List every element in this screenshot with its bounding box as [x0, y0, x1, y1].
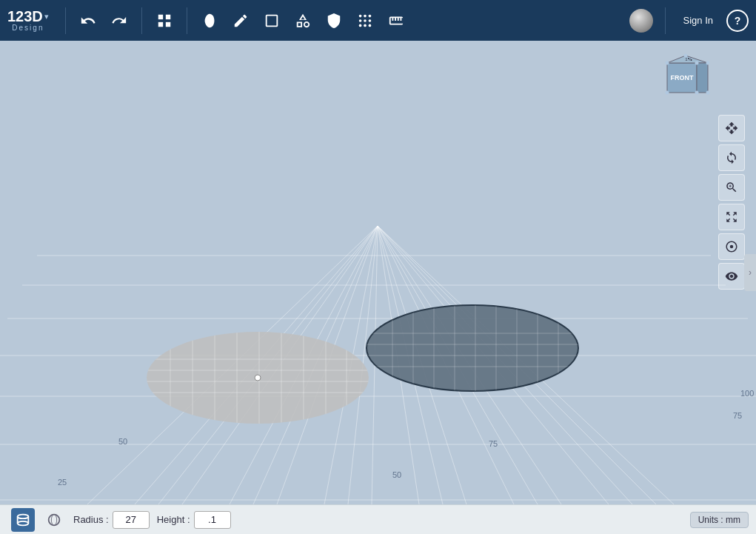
svg-point-85 — [706, 91, 710, 95]
svg-line-35 — [378, 226, 748, 504]
logo-chevron: ▾ — [44, 12, 49, 21]
svg-point-90 — [18, 521, 29, 525]
extrude-button[interactable] — [258, 7, 285, 34]
svg-line-34 — [15, 226, 378, 504]
svg-line-26 — [311, 226, 378, 504]
view-mode-button[interactable] — [718, 263, 745, 290]
svg-point-8 — [364, 19, 367, 22]
svg-line-31 — [378, 226, 607, 504]
svg-point-92 — [51, 514, 56, 525]
fit-view-button[interactable] — [718, 204, 745, 230]
svg-line-24 — [193, 226, 378, 504]
bottom-bar: Radius : Height : Units : mm — [0, 504, 756, 534]
svg-line-36 — [104, 226, 378, 504]
undo-button[interactable] — [75, 7, 101, 34]
svg-point-6 — [368, 14, 371, 17]
svg-point-10 — [359, 24, 362, 27]
radius-area: Radius : — [73, 511, 150, 529]
primitives-button[interactable] — [196, 7, 223, 34]
material-sphere[interactable] — [629, 9, 653, 33]
svg-line-37 — [222, 226, 378, 504]
construct-button[interactable] — [290, 7, 316, 34]
canvas[interactable]: 25 25 50 50 75 100 75 • FRONT 1⅔ — [0, 41, 756, 504]
navbar: 123D ▾ Design — [0, 0, 756, 41]
svg-point-81 — [666, 91, 669, 95]
app-sub: Design — [12, 24, 44, 32]
svg-point-86 — [730, 245, 734, 249]
modify-button[interactable] — [321, 7, 347, 34]
svg-line-30 — [378, 226, 548, 504]
svg-line-22 — [74, 226, 378, 504]
grid-button[interactable] — [151, 7, 178, 34]
orbit-button[interactable] — [718, 144, 745, 171]
height-area: Height : — [157, 511, 231, 529]
svg-point-7 — [359, 19, 362, 22]
radius-input[interactable] — [113, 511, 150, 529]
svg-point-42 — [147, 332, 369, 424]
svg-text:FRONT: FRONT — [671, 74, 694, 81]
cylinder-thumb[interactable] — [11, 508, 35, 532]
grid-label-100: 100 — [740, 389, 754, 398]
units-button[interactable]: Units : mm — [690, 512, 749, 528]
svg-line-25 — [252, 226, 378, 504]
svg-point-4 — [359, 14, 362, 17]
nav-right-area: Sign In ? — [629, 7, 749, 34]
view-cube-svg: FRONT 1⅔ — [656, 52, 712, 107]
view-cube[interactable]: FRONT 1⅔ — [656, 52, 712, 107]
svg-point-9 — [368, 19, 371, 22]
grid-label-25-left: 25 — [58, 478, 67, 487]
svg-rect-2 — [158, 21, 163, 26]
svg-line-39 — [378, 226, 459, 504]
height-label: Height : — [157, 514, 190, 525]
app-name: 123D — [7, 9, 43, 24]
svg-point-91 — [49, 514, 60, 525]
svg-point-80 — [695, 61, 699, 65]
svg-line-23 — [133, 226, 378, 504]
redo-button[interactable] — [106, 7, 133, 34]
grid-label-right: 75 — [733, 411, 742, 420]
snap-button[interactable] — [718, 233, 745, 260]
height-input[interactable] — [194, 511, 231, 529]
grid-label-50: 50 — [392, 470, 401, 479]
zoom-button[interactable] — [718, 174, 745, 201]
svg-line-29 — [378, 226, 489, 504]
svg-point-87 — [18, 514, 29, 518]
svg-line-28 — [378, 226, 429, 504]
svg-line-38 — [341, 226, 378, 504]
svg-line-32 — [378, 226, 666, 504]
svg-text:1⅔: 1⅔ — [685, 57, 692, 61]
svg-point-60 — [367, 305, 578, 391]
grid-label-75: 75 — [489, 439, 498, 448]
main-canvas-area: 25 25 50 50 75 100 75 • FRONT 1⅔ — [0, 41, 756, 504]
svg-rect-0 — [158, 14, 163, 19]
svg-line-33 — [378, 226, 726, 504]
svg-point-84 — [706, 61, 710, 65]
nav-divider-3 — [187, 7, 187, 34]
svg-point-43 — [147, 332, 369, 424]
svg-point-58 — [367, 305, 578, 391]
help-button[interactable]: ? — [726, 10, 749, 32]
svg-point-82 — [695, 91, 699, 95]
nav-divider-2 — [141, 7, 142, 34]
collapse-handle[interactable]: › — [744, 254, 756, 291]
nav-divider-1 — [65, 7, 66, 34]
svg-marker-76 — [697, 63, 708, 93]
svg-rect-3 — [166, 21, 170, 26]
logo[interactable]: 123D ▾ Design — [7, 9, 49, 32]
svg-line-41 — [378, 226, 696, 504]
svg-rect-13 — [0, 41, 756, 504]
svg-point-79 — [666, 61, 669, 65]
pattern-button[interactable] — [352, 7, 378, 34]
radius-label: Radius : — [73, 514, 109, 525]
grid-label-50-b: 50 — [118, 437, 127, 446]
pan-button[interactable] — [718, 115, 745, 141]
sketch-button[interactable] — [227, 7, 254, 34]
svg-line-40 — [378, 226, 578, 504]
signin-button[interactable]: Sign In — [678, 12, 719, 29]
svg-point-57 — [255, 375, 261, 381]
measure-button[interactable] — [383, 7, 409, 34]
svg-rect-1 — [166, 14, 170, 19]
nav-divider-4 — [665, 7, 666, 34]
svg-point-12 — [368, 24, 371, 27]
sphere-thumb[interactable] — [42, 508, 66, 532]
